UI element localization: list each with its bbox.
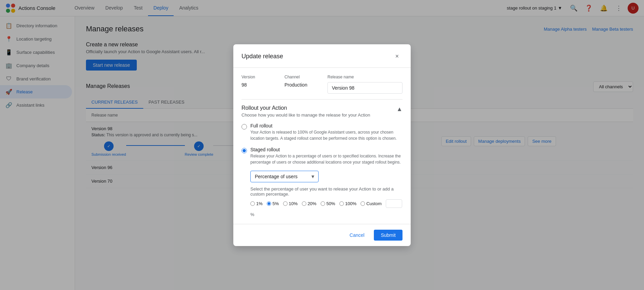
dialog-close-button[interactable]: × (392, 51, 402, 62)
pct-5-radio[interactable] (267, 201, 271, 206)
staged-rollout-option: Staged rollout Release your Action to a … (241, 147, 402, 165)
staged-rollout-desc: Release your Action to a percentage of u… (250, 153, 402, 165)
full-rollout-option: Full rollout Your Action is released to … (241, 123, 402, 141)
pct-20-label: 20% (308, 201, 317, 206)
percent-symbol: % (250, 212, 254, 217)
dialog-version-row: Version 98 Channel Production Release na… (241, 75, 402, 94)
full-rollout-label: Full rollout Your Action is released to … (250, 123, 402, 141)
dialog-overlay[interactable]: Update release × Version 98 Channel Prod… (0, 0, 644, 290)
staged-rollout-title: Staged rollout (250, 147, 402, 152)
dialog-footer: Cancel Submit (233, 224, 411, 246)
dialog-channel-col: Channel Production (284, 75, 322, 94)
rollout-header: Rollout your Action Choose how you would… (241, 105, 402, 118)
percentage-help-text: Select the percentage of user you want t… (250, 186, 402, 197)
rollout-desc: Choose how you would like to manage the … (241, 112, 370, 118)
pct-50-radio[interactable] (321, 201, 325, 206)
pct-5-option[interactable]: 5% (267, 201, 279, 206)
pct-20-option[interactable]: 20% (302, 201, 317, 206)
channel-col-value: Production (284, 82, 322, 88)
pct-5-label: 5% (273, 201, 279, 206)
percentage-options: 1% 5% 10% 20% (250, 199, 402, 217)
pct-10-radio[interactable] (283, 201, 288, 206)
dialog-header: Update release × (233, 44, 411, 68)
pct-custom-label: Custom (366, 201, 382, 206)
pct-1-radio[interactable] (250, 201, 255, 206)
pct-custom-radio[interactable] (361, 201, 365, 206)
dialog-divider (241, 99, 402, 100)
full-rollout-title: Full rollout (250, 123, 402, 128)
pct-20-radio[interactable] (302, 201, 306, 206)
staged-rollout-radio[interactable] (241, 148, 247, 153)
pct-100-label: 100% (345, 201, 356, 206)
pct-10-label: 10% (289, 201, 298, 206)
rollout-collapse-button[interactable]: ▲ (396, 106, 402, 113)
pct-10-option[interactable]: 10% (283, 201, 298, 206)
full-rollout-desc: Your Action is released to 100% of Googl… (250, 129, 402, 141)
pct-100-radio[interactable] (339, 201, 344, 206)
pct-custom-option[interactable]: Custom (361, 201, 382, 206)
pct-50-label: 50% (326, 201, 335, 206)
rollout-title-area: Rollout your Action Choose how you would… (241, 105, 370, 118)
dialog-release-name-col: Release name (327, 75, 402, 94)
channel-col-header: Channel (284, 75, 322, 79)
staged-options: Percentage of users Specific locations ▼… (250, 171, 402, 217)
full-rollout-radio[interactable] (241, 124, 247, 129)
update-release-dialog: Update release × Version 98 Channel Prod… (233, 44, 411, 246)
cancel-button[interactable]: Cancel (344, 230, 370, 241)
release-name-col-header: Release name (327, 75, 402, 79)
pct-1-label: 1% (256, 201, 263, 206)
rollout-section: Rollout your Action Choose how you would… (241, 105, 402, 217)
version-col-value: 98 (241, 82, 279, 88)
rollout-title: Rollout your Action (241, 105, 370, 111)
dialog-version-col: Version 98 (241, 75, 279, 94)
dialog-title: Update release (241, 53, 283, 60)
dialog-body: Version 98 Channel Production Release na… (233, 68, 411, 224)
release-name-input[interactable] (327, 82, 402, 94)
rollout-type-select-wrapper: Percentage of users Specific locations ▼ (250, 171, 319, 182)
submit-button[interactable]: Submit (374, 230, 402, 241)
pct-50-option[interactable]: 50% (321, 201, 335, 206)
version-col-header: Version (241, 75, 279, 79)
custom-pct-input[interactable] (386, 199, 402, 208)
pct-100-option[interactable]: 100% (339, 201, 356, 206)
staged-rollout-label: Staged rollout Release your Action to a … (250, 147, 402, 165)
pct-1-option[interactable]: 1% (250, 201, 263, 206)
rollout-type-select[interactable]: Percentage of users Specific locations (250, 171, 319, 182)
